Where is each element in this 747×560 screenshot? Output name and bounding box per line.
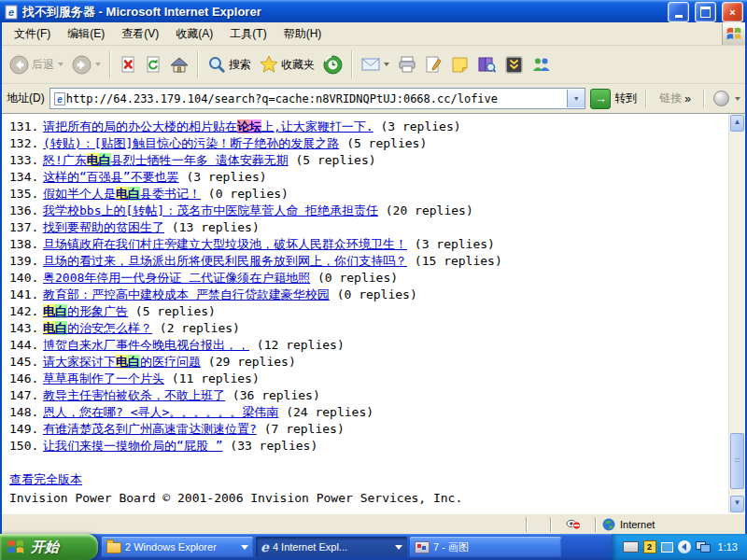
search-button[interactable]: 搜索 xyxy=(204,53,255,76)
messenger-button[interactable] xyxy=(528,54,555,75)
list-item: 131.请把所有的局的办公大楼的相片贴在论坛上,让大家鞭打一下. (3 repl… xyxy=(9,119,723,135)
scroll-up-button[interactable]: ▲ xyxy=(730,115,744,132)
reply-count: (24 replies) xyxy=(278,405,374,419)
thread-link[interactable]: 怒!广东电白县烈士牺牲一年多 遗体安葬无期 xyxy=(43,153,289,167)
taskbar-task-button[interactable]: 7 - 画图 xyxy=(410,537,561,557)
refresh-icon xyxy=(145,55,162,74)
item-number: 142. xyxy=(9,303,43,320)
back-icon xyxy=(9,55,29,75)
stop-button[interactable] xyxy=(116,53,140,76)
input-indicator-icon[interactable]: 2 xyxy=(643,540,656,553)
home-button[interactable] xyxy=(166,54,192,76)
thread-link[interactable]: 找到要帮助的贫困生了 xyxy=(43,220,164,234)
thread-link[interactable]: 我学校bbs上的[转帖]：茂名市中医院草菅人命 拒绝承担责任 xyxy=(43,203,378,217)
network-icon[interactable] xyxy=(696,541,711,553)
taskbar-buttons: 2 Windows Explorere4 Internet Expl...7 -… xyxy=(98,534,612,560)
search-label: 搜索 xyxy=(229,57,251,73)
scroll-down-button[interactable]: ▼ xyxy=(730,496,744,512)
list-item: 133.怒!广东电白县烈士牺牲一年多 遗体安葬无期 (5 replies) xyxy=(9,152,723,169)
reply-count: (3 replies) xyxy=(374,119,461,133)
menu-edit[interactable]: 编辑(E) xyxy=(59,23,113,45)
search-icon xyxy=(207,55,226,74)
maximize-button[interactable] xyxy=(695,2,716,22)
go-button[interactable]: → 转到 xyxy=(590,89,637,109)
item-number: 133. xyxy=(9,152,43,169)
extension-dropdown-icon[interactable] xyxy=(735,97,740,101)
thread-link[interactable]: 这样的“百强县”不要也罢 xyxy=(43,170,179,184)
item-number: 134. xyxy=(9,169,43,186)
thread-link[interactable]: 请把所有的局的办公大楼的相片贴在论坛上,让大家鞭打一下. xyxy=(43,119,374,133)
privacy-blocked-icon xyxy=(566,518,582,530)
address-url[interactable]: http://64.233.179.104/search?q=cache:n8V… xyxy=(66,92,568,105)
menu-view[interactable]: 查看(V) xyxy=(113,23,167,45)
print-button[interactable] xyxy=(394,54,420,76)
address-dropdown-button[interactable]: ▼ xyxy=(567,90,585,107)
start-button[interactable]: 开始 xyxy=(0,534,98,560)
view-full-version-link[interactable]: 查看完全版本 xyxy=(9,471,82,488)
item-number: 132. xyxy=(9,135,43,152)
window-tray-icon[interactable] xyxy=(661,542,673,553)
minimize-button[interactable] xyxy=(668,2,689,22)
reply-count: (5 replies) xyxy=(128,304,216,318)
links-button[interactable]: 链接 » xyxy=(655,91,695,106)
search-term-highlight: 电 xyxy=(116,355,128,369)
svg-text:e: e xyxy=(8,7,14,18)
edit-icon xyxy=(425,55,443,74)
close-button[interactable]: × xyxy=(722,2,743,22)
thread-link[interactable]: 假如半个人是电白县委书记！ xyxy=(43,187,201,201)
reply-count: (7 replies) xyxy=(257,422,345,436)
back-button[interactable]: 后退 xyxy=(6,53,67,77)
taskbar-task-button[interactable]: e4 Internet Expl... xyxy=(256,537,407,557)
menu-file[interactable]: 文件(F) xyxy=(6,23,59,45)
ie-app-icon: e xyxy=(4,5,19,20)
thread-link[interactable]: 让我们来摸一摸物价局的“屁股 ” xyxy=(43,439,222,453)
discuss-button[interactable] xyxy=(447,54,472,76)
thread-link[interactable]: 教导主任害怕被砍杀，不敢上班了 xyxy=(43,388,225,402)
reply-count: (5 replies) xyxy=(339,136,427,150)
thread-link[interactable]: 恩人，您在哪? <寻人>。。。。。。梁伟南 xyxy=(43,405,278,419)
taskbar-task-button[interactable]: 2 Windows Explorer xyxy=(102,537,253,557)
research-button[interactable] xyxy=(473,54,500,76)
reply-count: (3 replies) xyxy=(179,170,267,184)
reply-count: (0 replies) xyxy=(310,271,398,285)
group-dropdown-icon[interactable] xyxy=(241,545,248,550)
windows-flag-icon xyxy=(7,538,25,556)
flashget-button[interactable] xyxy=(501,54,527,76)
favorites-button[interactable]: 收藏夹 xyxy=(256,53,318,76)
address-field[interactable]: e http://64.233.179.104/search?q=cache:n… xyxy=(49,88,586,109)
scrollbar-thumb[interactable] xyxy=(730,433,744,489)
links-chevron-icon: » xyxy=(684,92,691,105)
vertical-scrollbar[interactable]: ▲ ▼ xyxy=(728,114,745,513)
mail-button[interactable] xyxy=(358,55,393,74)
thread-link[interactable]: 教育部：严控高中建校成本 严禁自行贷款建豪华校园 xyxy=(43,287,330,301)
thread-link[interactable]: 草草再制作了一个片头 xyxy=(43,371,164,385)
item-number: 131. xyxy=(9,119,43,135)
thread-link[interactable]: 粤2008年停用一代身份证 二代证像须在户籍地照 xyxy=(43,271,310,285)
forward-button[interactable] xyxy=(68,53,105,77)
reply-count: (3 replies) xyxy=(407,237,495,251)
taskbar: 开始 2 Windows Explorere4 Internet Expl...… xyxy=(0,534,747,560)
privacy-report-pane[interactable] xyxy=(554,517,593,532)
list-item: 134.这样的“百强县”不要也罢 (3 replies) xyxy=(9,169,723,186)
menu-help[interactable]: 帮助(H) xyxy=(275,23,331,45)
thread-link[interactable]: (转贴)：[贴图]触目惊心的污染！断子绝孙的发展之路 xyxy=(43,136,339,150)
edit-button[interactable] xyxy=(421,53,446,76)
group-dropdown-icon[interactable] xyxy=(395,545,402,550)
collapse-tray-button[interactable] xyxy=(678,540,691,553)
refresh-button[interactable] xyxy=(141,53,165,76)
thread-link[interactable]: 电白的形象广告 xyxy=(43,304,128,318)
thread-link[interactable]: 请大家探讨下电白的医疗问题 xyxy=(43,355,201,369)
history-button[interactable] xyxy=(319,53,346,77)
thread-link[interactable]: 有谁清楚茂名到广州高速雷达测速位置? xyxy=(43,422,257,436)
extension-sphere-icon[interactable] xyxy=(713,91,729,106)
star-icon xyxy=(260,55,278,74)
thread-link[interactable]: 旦场镇政府在我们村庄旁建立大型垃圾池，破坏人民群众环境卫生！ xyxy=(43,237,407,251)
thread-link[interactable]: 博贺自来水厂事件今晚电视台报出，， xyxy=(43,338,249,352)
thread-link[interactable]: 电白的治安怎么样？ xyxy=(43,321,152,335)
menu-favorites[interactable]: 收藏(A) xyxy=(167,23,221,45)
thread-link[interactable]: 旦场的看过来，旦场派出所将便民利民服务放到网上，你们支持吗？ xyxy=(43,254,407,268)
paint-icon xyxy=(415,541,430,553)
item-number: 145. xyxy=(9,354,43,371)
keyboard-input-icon[interactable] xyxy=(623,541,639,553)
menu-tools[interactable]: 工具(T) xyxy=(221,23,275,45)
